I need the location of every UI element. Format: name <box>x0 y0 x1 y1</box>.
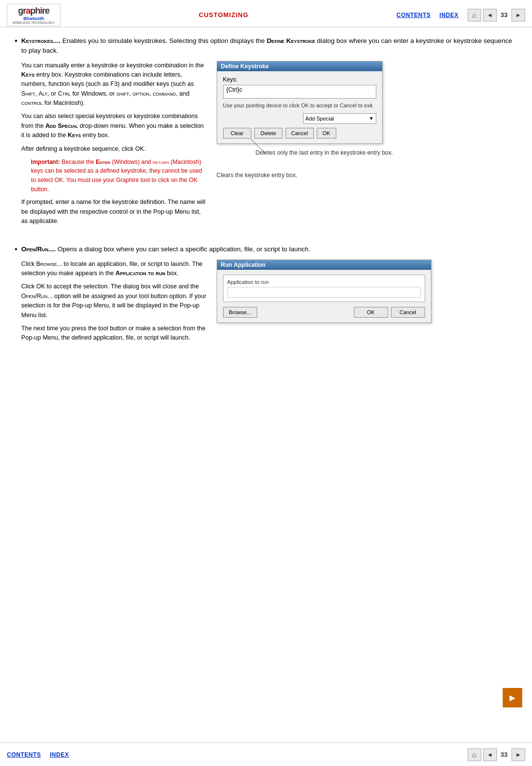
keystrokes-heading-text: Enables you to simulate keystrokes. Sele… <box>21 37 512 54</box>
ks-para4: If prompted, enter a name for the keystr… <box>21 198 207 226</box>
openrun-right-col: Run Application Application to run Brows… <box>217 260 517 347</box>
next-page-arrow[interactable]: ► <box>503 688 522 707</box>
header-home-button[interactable]: ⌂ <box>468 9 481 21</box>
run-app-right-buttons: OK Cancel <box>354 307 425 318</box>
header-nav-buttons: ⌂ ◄ 33 ► <box>468 9 525 21</box>
footer-nav: Contents Index <box>7 751 69 758</box>
ks-para1: You can manually enter a keystroke or ke… <box>21 61 207 108</box>
run-app-cancel-button[interactable]: Cancel <box>391 307 425 318</box>
dialog-hint: Use your pointing device to click OK to … <box>223 102 376 108</box>
run-app-titlebar: Run Application <box>217 260 431 270</box>
run-app-browse-button[interactable]: Browse... <box>223 307 257 318</box>
logo-area: graphire Bluetooth WIRELESS TECHNOLOGY <box>7 4 61 26</box>
or-para2: Click OK to accept the selection. The di… <box>21 282 207 320</box>
add-special-dropdown[interactable]: Add Special ▼ <box>303 113 376 124</box>
footer-page-number: 33 <box>501 751 508 758</box>
run-app-group-label: Application to run <box>227 279 421 285</box>
header-page-number: 33 <box>501 11 508 19</box>
header-next-button[interactable]: ► <box>512 9 525 21</box>
add-special-label: Add Special <box>306 116 334 121</box>
callout-clear-text: Clears the keystroke entry box. <box>217 171 517 180</box>
dialog-titlebar: Define Keystroke <box>217 61 382 71</box>
footer-contents-link[interactable]: Contents <box>7 751 41 758</box>
callout-clear-area: Clears the keystroke entry box. <box>217 171 517 180</box>
footer-index-link[interactable]: Index <box>50 751 69 758</box>
header-index-link[interactable]: Index <box>439 12 458 19</box>
or-para1: Click Browse... to locate an application… <box>21 260 207 279</box>
keystrokes-bullet: • <box>15 37 18 235</box>
logo-sub: WIRELESS TECHNOLOGY <box>12 21 55 24</box>
page-header: graphire Bluetooth WIRELESS TECHNOLOGY C… <box>0 0 532 27</box>
openrun-heading: Open/Run.... Opens a dialog box where yo… <box>21 244 517 254</box>
important-label: Important: <box>31 159 60 165</box>
openrun-two-col: Click Browse... to locate an application… <box>21 260 517 347</box>
ks-important: Important: Because the Enter (Windows) a… <box>21 158 207 194</box>
openrun-left-col: Click Browse... to locate an application… <box>21 260 207 347</box>
page-title: Customizing <box>199 11 248 19</box>
dialog-keys-label: Keys: <box>223 76 376 83</box>
ks-para3: After defining a keystroke sequence, cli… <box>21 144 207 154</box>
callout-delete-area: Deletes only the last entry in the keyst… <box>256 149 517 157</box>
dialog-add-special-row: Add Special ▼ <box>223 113 376 124</box>
header-contents-link[interactable]: Contents <box>396 12 430 19</box>
next-arrow-icon: ► <box>508 692 517 704</box>
svg-line-0 <box>251 139 266 154</box>
run-app-body: Application to run Browse... OK Cancel <box>217 270 431 323</box>
footer-next-button[interactable]: ► <box>512 748 525 761</box>
ks-para2: You can also select special keystrokes o… <box>21 112 207 140</box>
header-nav: Contents Index ⌂ ◄ 33 ► <box>396 9 525 21</box>
run-app-input[interactable] <box>227 287 421 298</box>
logo-bluetooth: Bluetooth <box>23 16 44 21</box>
run-application-dialog: Run Application Application to run Brows… <box>217 260 431 323</box>
openrun-bullet: • <box>15 245 18 351</box>
keystrokes-two-col: You can manually enter a keystroke or ke… <box>21 61 517 230</box>
header-prev-button[interactable]: ◄ <box>483 9 497 21</box>
openrun-keyword: Open/Run.... <box>21 245 56 253</box>
main-content: • Keystrokes.... Enables you to simulate… <box>0 27 532 369</box>
openrun-section: • Open/Run.... Opens a dialog box where … <box>15 244 517 351</box>
dropdown-arrow-icon: ▼ <box>369 116 374 121</box>
keystrokes-left-col: You can manually enter a keystroke or ke… <box>21 61 207 230</box>
footer-prev-button[interactable]: ◄ <box>483 748 497 761</box>
footer-home-button[interactable]: ⌂ <box>468 748 481 761</box>
keystrokes-section: • Keystrokes.... Enables you to simulate… <box>15 36 517 235</box>
keystrokes-content: Keystrokes.... Enables you to simulate k… <box>21 36 517 235</box>
run-app-ok-button[interactable]: OK <box>354 307 388 318</box>
dialog-body: Keys: {Ctrl}c Use your pointing device t… <box>217 71 382 143</box>
keystrokes-right-col: Define Keystroke Keys: {Ctrl}c Use your … <box>217 61 517 230</box>
run-app-group: Application to run <box>223 275 425 302</box>
logo-graphire: graphire <box>18 6 49 16</box>
page-footer: Contents Index ⌂ ◄ 33 ► <box>0 743 532 766</box>
footer-nav-buttons: ⌂ ◄ 33 ► <box>468 748 525 761</box>
run-app-buttons: Browse... OK Cancel <box>223 307 425 318</box>
openrun-content: Open/Run.... Opens a dialog box where yo… <box>21 244 517 351</box>
keystrokes-heading: Keystrokes.... Enables you to simulate k… <box>21 36 517 56</box>
dialog-keys-input[interactable]: {Ctrl}c <box>223 85 376 99</box>
logo-box: graphire Bluetooth WIRELESS TECHNOLOGY <box>7 4 61 26</box>
openrun-heading-text: Opens a dialog box where you can select … <box>58 245 310 253</box>
callout-delete-line <box>226 134 324 159</box>
define-keystroke-dialog: Define Keystroke Keys: {Ctrl}c Use your … <box>217 61 383 144</box>
or-para3: The next time you press the tool button … <box>21 324 207 343</box>
keystrokes-keyword: Keystrokes.... <box>21 37 61 44</box>
